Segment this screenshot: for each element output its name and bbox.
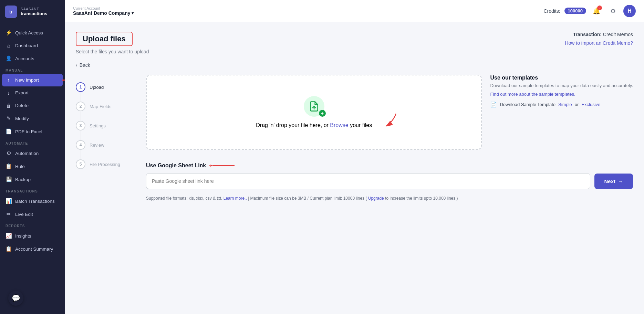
sidebar-item-label: PDF to Excel bbox=[15, 129, 42, 134]
step-1: 1 Upload bbox=[76, 77, 138, 97]
rule-icon: 📋 bbox=[6, 163, 12, 169]
footer-note: Supported file formats: xls, xlsx, csv &… bbox=[146, 196, 633, 201]
account-summary-icon: 📋 bbox=[6, 246, 12, 252]
logo-text: saasant transactions bbox=[21, 7, 47, 16]
backup-icon: 💾 bbox=[6, 176, 12, 182]
page-title: Upload files bbox=[83, 34, 126, 43]
templates-title: Use our templates bbox=[490, 75, 633, 81]
notifications-button[interactable]: 🔔 0 bbox=[590, 5, 603, 17]
upload-plus-icon: + bbox=[319, 110, 326, 117]
upload-area-col: + Drag 'n' drop your file here, or Brows… bbox=[146, 75, 482, 159]
sidebar-item-automation[interactable]: ⚙ Automation bbox=[0, 147, 65, 160]
sidebar-item-account-summary[interactable]: 📋 Account Summary bbox=[0, 242, 65, 255]
how-to-link[interactable]: How to import an Credit Memo? bbox=[565, 40, 633, 46]
back-button[interactable]: ‹ Back bbox=[76, 62, 90, 68]
page-subtitle: Select the files you want to upload bbox=[76, 49, 149, 54]
sidebar-item-insights[interactable]: 📈 Insights bbox=[0, 229, 65, 242]
upgrade-link[interactable]: Upgrade bbox=[368, 196, 384, 201]
sidebar-item-label: Automation bbox=[15, 151, 39, 156]
sidebar-item-accounts[interactable]: 👤 Accounts bbox=[0, 52, 65, 65]
sidebar-item-pdf-to-excel[interactable]: 📄 PDF to Excel bbox=[0, 125, 65, 138]
sidebar-item-label: Dashboard bbox=[15, 43, 38, 48]
upload-files-box: Upload files bbox=[76, 32, 133, 46]
sidebar-item-label: New Import bbox=[15, 77, 39, 83]
next-button[interactable]: Next → bbox=[594, 174, 633, 189]
sidebar-item-backup[interactable]: 💾 Backup bbox=[0, 173, 65, 186]
step-label-3: Settings bbox=[90, 123, 106, 128]
logo: tr saasant transactions bbox=[0, 0, 65, 23]
delete-icon: 🗑 bbox=[6, 103, 12, 108]
transactions-section-label: TRANSACTIONS bbox=[0, 186, 65, 195]
sidebar-item-dashboard[interactable]: ⌂ Dashboard bbox=[0, 39, 65, 52]
sidebar-item-modify[interactable]: ✎ Modify bbox=[0, 112, 65, 125]
exclusive-template-link[interactable]: Exclusive bbox=[581, 102, 600, 107]
accounts-icon: 👤 bbox=[6, 55, 12, 62]
next-arrow-icon: → bbox=[618, 178, 623, 184]
page-header: Upload files Select the files you want t… bbox=[76, 32, 633, 60]
quick-access-icon: ⚡ bbox=[6, 30, 12, 36]
automate-section-label: AUTOMATE bbox=[0, 138, 65, 147]
sidebar-item-label: Backup bbox=[15, 177, 31, 182]
step-circle-2: 2 bbox=[76, 102, 85, 111]
credits-badge: 100000 bbox=[564, 8, 586, 14]
account-info: Current Account SaasAnt Demo Company ▾ bbox=[73, 6, 134, 16]
account-name-selector[interactable]: SaasAnt Demo Company ▾ bbox=[73, 10, 134, 16]
reports-section-label: REPORTS bbox=[0, 221, 65, 229]
sidebar-item-batch-transactions[interactable]: 📊 Batch Transactions bbox=[0, 195, 65, 208]
google-sheet-section: Use Google Sheet Link bbox=[146, 162, 633, 189]
steps-content-row: 1 Upload 2 Map Fields 3 Settings 4 Revie… bbox=[76, 75, 633, 201]
logo-saasant: saasant bbox=[21, 7, 47, 11]
template-download-row: 📄 Download Sample Template Simple or Exc… bbox=[490, 101, 633, 108]
back-chevron-icon: ‹ bbox=[76, 62, 77, 68]
settings-button[interactable]: ⚙ bbox=[607, 5, 619, 17]
right-panel: + Drag 'n' drop your file here, or Brows… bbox=[138, 75, 633, 201]
logo-icon: tr bbox=[5, 6, 17, 18]
sidebar-item-new-import[interactable]: ↑ New Import ◀ bbox=[2, 74, 63, 86]
sidebar-item-label: Accounts bbox=[15, 56, 34, 61]
sidebar-item-label: Modify bbox=[15, 116, 29, 121]
sidebar-item-live-edit[interactable]: ✏ Live Edit bbox=[0, 208, 65, 221]
templates-find-link[interactable]: Find out more about the sample templates… bbox=[490, 92, 575, 97]
batch-icon: 📊 bbox=[6, 198, 12, 204]
step-label-4: Review bbox=[90, 143, 104, 148]
chat-icon: 💬 bbox=[12, 294, 20, 302]
avatar[interactable]: H bbox=[623, 5, 636, 17]
google-sheet-input[interactable] bbox=[146, 173, 590, 189]
google-sheet-arrow bbox=[209, 162, 235, 169]
browse-link[interactable]: Browse bbox=[330, 122, 348, 128]
google-sheet-title: Use Google Sheet Link bbox=[146, 162, 235, 169]
step-label-1: Upload bbox=[90, 85, 104, 90]
sidebar-item-delete[interactable]: 🗑 Delete bbox=[0, 99, 65, 112]
templates-desc: Download our sample templates to map you… bbox=[490, 83, 633, 88]
drop-text: Drag 'n' drop your file here, or Browse … bbox=[256, 122, 372, 128]
live-edit-icon: ✏ bbox=[6, 211, 12, 217]
chevron-down-icon: ▾ bbox=[132, 11, 134, 15]
logo-transactions: transactions bbox=[21, 11, 47, 16]
sidebar-item-label: Live Edit bbox=[15, 212, 33, 217]
sidebar-item-export[interactable]: ↓ Export bbox=[0, 86, 65, 99]
sidebar-item-label: Batch Transactions bbox=[15, 199, 55, 204]
upload-dropzone[interactable]: + Drag 'n' drop your file here, or Brows… bbox=[146, 75, 482, 150]
browse-arrow bbox=[379, 112, 399, 130]
export-icon: ↓ bbox=[6, 90, 12, 96]
sidebar-item-label: Export bbox=[15, 90, 29, 95]
sidebar-item-quick-access[interactable]: ⚡ Quick Access bbox=[0, 26, 65, 39]
google-sheet-row: Next → bbox=[146, 173, 633, 189]
main-content: Upload files Select the files you want t… bbox=[65, 22, 644, 314]
learn-more-link[interactable]: Learn more.. bbox=[224, 196, 247, 201]
manual-section-label: MANUAL bbox=[0, 65, 65, 74]
sidebar-item-label: Insights bbox=[15, 233, 31, 239]
dashboard-icon: ⌂ bbox=[6, 43, 12, 49]
templates-col: Use our templates Download our sample te… bbox=[490, 75, 633, 159]
step-3: 3 Settings bbox=[76, 116, 138, 135]
automation-icon: ⚙ bbox=[6, 150, 12, 156]
sidebar-nav: ⚡ Quick Access ⌂ Dashboard 👤 Accounts MA… bbox=[0, 23, 65, 314]
main-wrapper: Current Account SaasAnt Demo Company ▾ C… bbox=[65, 0, 644, 314]
simple-template-link[interactable]: Simple bbox=[558, 102, 572, 107]
sidebar-item-rule[interactable]: 📋 Rule bbox=[0, 160, 65, 173]
sidebar: tr saasant transactions ⚡ Quick Access ⌂… bbox=[0, 0, 65, 314]
step-label-5: File Processing bbox=[90, 162, 120, 167]
chat-button[interactable]: 💬 bbox=[8, 291, 23, 306]
step-2: 2 Map Fields bbox=[76, 97, 138, 116]
header-right-area: Transaction: Credit Memos How to import … bbox=[565, 32, 633, 46]
